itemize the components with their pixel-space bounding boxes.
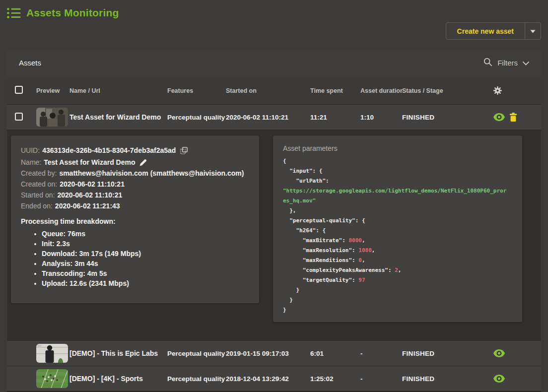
asset-duration: 1:10	[360, 114, 402, 121]
status-badge: FINISHED	[402, 350, 469, 357]
processing-breakdown-title: Processing time breakdown:	[21, 217, 249, 225]
code-line: }	[283, 295, 512, 305]
create-new-asset-button[interactable]: Create new asset	[446, 22, 525, 40]
table-row[interactable]: [DEMO] - [4K] - Sports Perceptual qualit…	[7, 366, 541, 391]
column-header-asset-duration: Asset duration	[360, 87, 402, 94]
asset-thumbnail[interactable]	[36, 108, 68, 127]
code-line: "complexityPeaksAwareness": 2,	[283, 265, 512, 275]
created-on-field: Created on: 2020-06-02 11:10:21	[21, 180, 249, 189]
view-asset-eye-icon[interactable]	[493, 375, 505, 383]
edit-name-pencil-icon[interactable]	[139, 159, 147, 166]
code-line: }	[283, 305, 512, 315]
delete-asset-trash-icon[interactable]	[509, 113, 517, 122]
asset-thumbnail[interactable]	[36, 369, 68, 388]
asset-started-on: 2019-01-15 09:17:03	[226, 350, 310, 357]
assets-list-icon[interactable]	[7, 7, 21, 19]
panel-title: Assets	[19, 59, 41, 67]
chevron-down-icon[interactable]	[523, 59, 529, 67]
asset-time-spent: 6:01	[310, 350, 360, 357]
code-line: "urlPath":	[283, 176, 512, 186]
code-line: }	[283, 285, 512, 295]
asset-thumbnail[interactable]	[36, 344, 68, 363]
create-asset-dropdown-button[interactable]	[525, 22, 541, 40]
status-badge: FINISHED	[402, 114, 469, 121]
view-asset-eye-icon[interactable]	[493, 349, 505, 357]
code-line: es_hq.mov"	[283, 196, 512, 206]
column-header-status-stage: Status / Stage	[402, 87, 469, 94]
asset-duration: -	[360, 375, 402, 383]
table-header-row: Preview Name / Url Features Started on T…	[7, 77, 541, 104]
code-line: {	[283, 156, 512, 166]
table-settings-gear-icon[interactable]	[493, 86, 502, 95]
code-line: "targetQuality": 97	[283, 275, 512, 285]
name-field: Name: Test Asset for Wizard Demo	[21, 158, 249, 167]
asset-name: [DEMO] - [4K] - Sports	[69, 375, 167, 383]
page-title: Assets Monitoring	[26, 7, 119, 19]
asset-time-spent: 1:25:02	[310, 375, 360, 383]
breakdown-item: Queue: 76ms	[42, 230, 249, 238]
create-asset-actions: Create new asset	[446, 22, 541, 40]
topbar: Assets Monitoring	[7, 7, 119, 19]
asset-time-spent: 11:21	[310, 114, 360, 121]
column-header-name-url: Name / Url	[69, 87, 167, 94]
search-icon[interactable]	[483, 58, 492, 68]
asset-features: Perceptual quality	[167, 350, 226, 357]
copy-uuid-icon[interactable]	[180, 147, 188, 154]
select-all-checkbox[interactable]	[15, 86, 23, 94]
column-header-started-on: Started on	[226, 87, 310, 94]
asset-duration: -	[360, 350, 402, 357]
processing-breakdown-list: Queue: 76ms Init: 2.3s Download: 3m 17s …	[42, 230, 249, 288]
status-badge: FINISHED	[402, 375, 469, 383]
assets-panel: Assets Filters Preview Name / Url	[7, 49, 541, 392]
code-line: "maxResolution": 1080,	[283, 246, 512, 256]
asset-name: [DEMO] - This is Epic Labs	[69, 349, 167, 357]
uuid-field: UUID: 436313de-326b-4b15-8304-7deb3af2a5…	[21, 146, 249, 155]
table-row[interactable]: Test Asset for Wizard Demo Perceptual qu…	[7, 104, 541, 130]
breakdown-item: Upload: 12.6s (2341 Mbps)	[42, 279, 249, 288]
panel-header: Assets Filters	[7, 49, 541, 77]
asset-started-on: 2018-12-04 13:29:42	[226, 375, 310, 383]
breakdown-item: Init: 2.3s	[42, 240, 249, 248]
filters-control[interactable]: Filters	[483, 58, 529, 68]
column-header-time-spent: Time spent	[310, 87, 360, 94]
view-asset-eye-icon[interactable]	[493, 113, 505, 121]
created-by-field: Created by: smatthews@haivision.com (sma…	[21, 169, 249, 178]
breakdown-item: Download: 3m 17s (149 Mbps)	[42, 250, 249, 258]
breakdown-item: Transcoding: 4m 5s	[42, 269, 249, 278]
asset-parameters-card: Asset parameters { "input": { "urlPath":…	[273, 135, 522, 322]
code-line: "maxRenditions": 0,	[283, 256, 512, 265]
filters-label[interactable]: Filters	[497, 59, 518, 67]
column-header-features: Features	[167, 87, 226, 94]
ended-on-field: Ended on: 2020-06-02 11:21:43	[21, 202, 249, 210]
breakdown-item: Analysis: 3m 44s	[42, 260, 249, 268]
asset-parameters-json: { "input": { "urlPath":"https://storage.…	[283, 156, 512, 315]
asset-features: Perceptual quality	[167, 375, 226, 383]
code-line: },	[283, 206, 512, 216]
row-checkbox[interactable]	[15, 113, 23, 121]
table-row[interactable]: [DEMO] - This is Epic Labs Perceptual qu…	[7, 340, 541, 366]
code-line: "maxBitrate": 8000,	[283, 236, 512, 246]
asset-parameters-title: Asset parameters	[283, 144, 512, 152]
page: Assets Monitoring Create new asset Asset…	[0, 0, 548, 392]
asset-features: Perceptual quality	[167, 114, 226, 121]
asset-name: Test Asset for Wizard Demo	[69, 113, 167, 121]
started-on-field: Started on: 2020-06-02 11:10:21	[21, 191, 249, 199]
code-line: "https://storage.googleapis.com/lightflo…	[283, 186, 512, 196]
code-line: "h264": {	[283, 226, 512, 236]
asset-detail-panel: UUID: 436313de-326b-4b15-8304-7deb3af2a5…	[7, 130, 541, 340]
code-line: "input": {	[283, 166, 512, 176]
column-header-preview: Preview	[29, 87, 69, 94]
code-line: "perceptual-quality": {	[283, 216, 512, 226]
caret-down-icon	[530, 27, 536, 35]
asset-metadata-card: UUID: 436313de-326b-4b15-8304-7deb3af2a5…	[11, 135, 259, 303]
asset-started-on: 2020-06-02 11:10:21	[226, 114, 310, 121]
